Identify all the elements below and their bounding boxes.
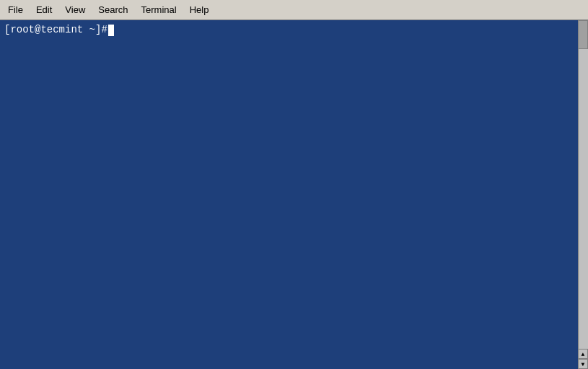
menubar: File Edit View Search Terminal Help: [0, 0, 588, 20]
scrollbar[interactable]: ▲ ▼: [578, 20, 588, 369]
scrollbar-down-button[interactable]: ▼: [578, 359, 588, 369]
menu-help[interactable]: Help: [183, 2, 216, 18]
terminal-area[interactable]: [root@tecmint ~]# ▲ ▼: [0, 20, 588, 369]
menu-file-label: File: [8, 4, 23, 15]
prompt-text: [root@tecmint ~]#: [4, 23, 107, 38]
menu-edit[interactable]: Edit: [30, 2, 58, 18]
scrollbar-up-button[interactable]: ▲: [578, 349, 588, 359]
menu-search[interactable]: Search: [92, 2, 134, 18]
prompt-line: [root@tecmint ~]#: [4, 23, 584, 38]
menu-edit-label: Edit: [36, 4, 52, 15]
menu-file[interactable]: File: [1, 2, 30, 18]
menu-search-label: Search: [98, 4, 128, 15]
menu-terminal-label: Terminal: [141, 4, 177, 15]
menu-view-label: View: [65, 4, 85, 15]
menu-terminal[interactable]: Terminal: [135, 2, 183, 18]
terminal-cursor: [108, 25, 114, 36]
menu-help-label: Help: [190, 4, 209, 15]
scrollbar-thumb[interactable]: [578, 20, 588, 49]
menu-view[interactable]: View: [58, 2, 92, 18]
